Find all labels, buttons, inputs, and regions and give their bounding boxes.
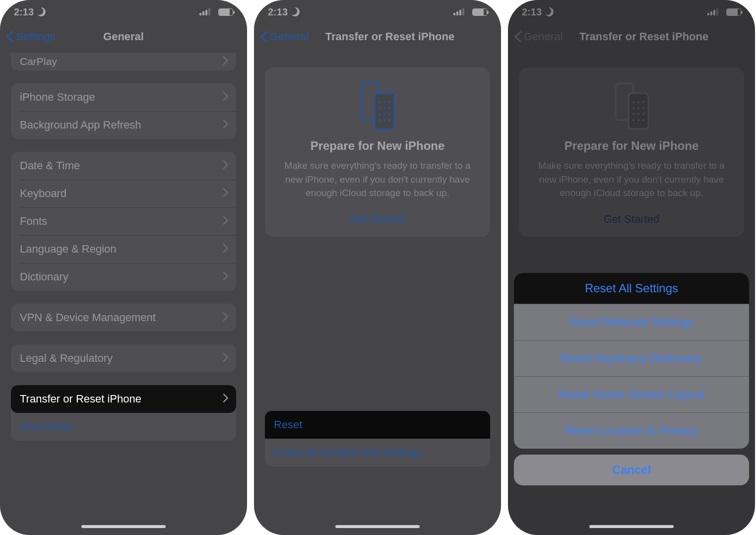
option-reset-all-settings[interactable]: Reset All Settings xyxy=(514,273,749,304)
card-heading: Prepare for New iPhone xyxy=(280,139,475,153)
prepare-card: Prepare for New iPhone Make sure everyth… xyxy=(519,67,744,237)
get-started-button[interactable]: Get Started xyxy=(350,213,406,226)
chevron-right-icon xyxy=(223,270,228,283)
chevron-left-icon xyxy=(6,31,14,43)
row-keyboard[interactable]: Keyboard xyxy=(11,180,236,207)
battery-icon xyxy=(472,8,487,16)
transfer-illustration-icon xyxy=(280,81,475,131)
content: Prepare for New iPhone Make sure everyth… xyxy=(254,67,501,237)
row-carplay[interactable]: CarPlay xyxy=(11,53,236,70)
back-label: Settings xyxy=(16,30,56,43)
row-label: Shut Down xyxy=(20,420,73,433)
cellular-icon xyxy=(707,8,718,15)
row-label: CarPlay xyxy=(20,56,57,67)
row-shut-down[interactable]: Shut Down xyxy=(11,413,236,441)
svg-point-21 xyxy=(642,107,644,109)
home-indicator[interactable] xyxy=(335,525,420,528)
svg-rect-1 xyxy=(375,93,394,129)
status-time: 2:13 xyxy=(14,6,34,18)
home-indicator[interactable] xyxy=(589,525,674,528)
settings-group: Legal & Regulatory xyxy=(11,344,236,372)
chevron-right-icon xyxy=(223,352,228,365)
back-button[interactable]: General xyxy=(514,30,563,43)
row-label: Transfer or Reset iPhone xyxy=(20,393,141,405)
row-date-time[interactable]: Date & Time xyxy=(11,152,236,180)
chevron-right-icon xyxy=(223,119,228,132)
chevron-right-icon xyxy=(223,56,228,67)
do-not-disturb-icon xyxy=(289,6,301,17)
row-language-region[interactable]: Language & Region xyxy=(11,235,236,263)
prepare-card: Prepare for New iPhone Make sure everyth… xyxy=(265,67,490,237)
battery-icon xyxy=(726,8,741,16)
svg-point-12 xyxy=(383,119,385,121)
back-button[interactable]: General xyxy=(260,30,309,43)
cancel-button[interactable]: Cancel xyxy=(514,455,749,485)
row-dictionary[interactable]: Dictionary xyxy=(11,263,236,291)
cancel-label: Cancel xyxy=(612,463,651,477)
home-indicator[interactable] xyxy=(81,525,166,528)
do-not-disturb-icon xyxy=(35,6,47,17)
svg-point-16 xyxy=(632,101,634,103)
nav-bar: Settings General xyxy=(0,24,247,50)
cellular-icon xyxy=(453,8,464,15)
content: Prepare for New iPhone Make sure everyth… xyxy=(508,67,755,237)
option-label: Reset Location & Privacy xyxy=(565,424,698,438)
chevron-right-icon xyxy=(223,159,228,172)
option-reset-keyboard-dictionary[interactable]: Reset Keyboard Dictionary xyxy=(514,340,749,376)
cellular-icon xyxy=(199,8,210,15)
option-reset-home-screen[interactable]: Reset Home Screen Layout xyxy=(514,376,749,412)
row-iphone-storage[interactable]: iPhone Storage xyxy=(11,83,236,111)
status-bar: 2:13 xyxy=(254,0,501,24)
settings-group: CarPlay xyxy=(11,53,236,70)
svg-point-13 xyxy=(388,119,390,121)
row-transfer-reset[interactable]: Transfer or Reset iPhone xyxy=(11,385,236,413)
status-time: 2:13 xyxy=(522,6,542,18)
get-started-button[interactable]: Get Started xyxy=(604,213,660,226)
screenshot-reset-sheet: 2:13 General Transfer or Reset iPhone Pr… xyxy=(508,0,755,535)
chevron-right-icon xyxy=(223,393,228,405)
row-fonts[interactable]: Fonts xyxy=(11,207,236,235)
svg-point-25 xyxy=(632,119,634,121)
row-vpn-device-management[interactable]: VPN & Device Management xyxy=(11,304,236,332)
nav-bar: General Transfer or Reset iPhone xyxy=(508,24,755,50)
chevron-left-icon xyxy=(514,31,522,43)
nav-title: Transfer or Reset iPhone xyxy=(579,30,708,43)
action-sheet-options: Reset All Settings Reset Network Setting… xyxy=(514,273,749,449)
option-label: Reset All Settings xyxy=(585,281,678,295)
svg-point-17 xyxy=(637,101,639,103)
chevron-right-icon xyxy=(223,187,228,200)
svg-point-27 xyxy=(642,119,644,121)
row-label: Legal & Regulatory xyxy=(20,352,113,365)
row-erase-all[interactable]: Erase All Content and Settings xyxy=(265,439,490,467)
nav-title: Transfer or Reset iPhone xyxy=(325,30,454,43)
option-label: Reset Home Screen Layout xyxy=(559,388,705,401)
svg-point-20 xyxy=(637,107,639,109)
do-not-disturb-icon xyxy=(543,6,555,17)
svg-rect-15 xyxy=(629,93,648,129)
back-label: General xyxy=(524,30,563,43)
row-label: Dictionary xyxy=(20,270,68,283)
screenshot-general: 2:13 Settings General CarPlay iPhone Sto… xyxy=(0,0,247,535)
chevron-right-icon xyxy=(223,311,228,324)
svg-point-2 xyxy=(378,101,380,103)
svg-point-6 xyxy=(383,107,385,109)
row-background-refresh[interactable]: Background App Refresh xyxy=(11,111,236,139)
settings-list: CarPlay iPhone Storage Background App Re… xyxy=(0,53,247,441)
row-legal-regulatory[interactable]: Legal & Regulatory xyxy=(11,344,236,372)
svg-point-10 xyxy=(388,113,390,115)
screenshot-transfer-reset: 2:13 General Transfer or Reset iPhone Pr… xyxy=(254,0,501,535)
row-reset[interactable]: Reset xyxy=(265,411,490,439)
chevron-right-icon xyxy=(223,91,228,104)
row-label: Language & Region xyxy=(20,243,117,256)
settings-group: iPhone Storage Background App Refresh xyxy=(11,83,236,139)
status-bar: 2:13 xyxy=(508,0,755,24)
option-reset-network[interactable]: Reset Network Settings xyxy=(514,304,749,340)
card-heading: Prepare for New iPhone xyxy=(534,139,729,153)
status-time: 2:13 xyxy=(268,6,288,18)
svg-point-9 xyxy=(383,113,385,115)
option-reset-location-privacy[interactable]: Reset Location & Privacy xyxy=(514,412,749,449)
row-label: VPN & Device Management xyxy=(20,311,156,324)
status-bar: 2:13 xyxy=(0,0,247,24)
back-button[interactable]: Settings xyxy=(6,30,56,43)
svg-point-5 xyxy=(378,107,380,109)
